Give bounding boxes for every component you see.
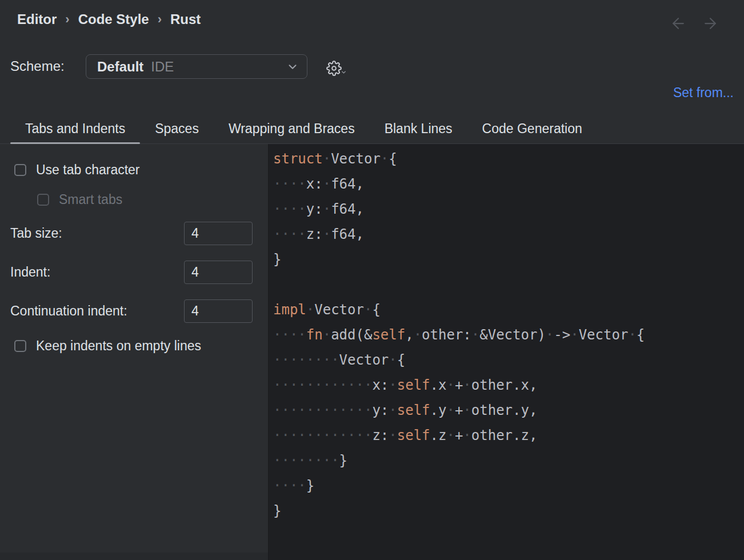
scheme-label: Scheme:	[10, 58, 65, 74]
settings-page: Editor › Code Style › Rust Scheme: Defau…	[0, 0, 744, 560]
tab-bar: Tabs and IndentsSpacesWrapping and Brace…	[0, 114, 744, 144]
indent-input[interactable]	[184, 261, 253, 284]
code-line: ····y:·f64,	[273, 197, 744, 222]
chevron-down-icon	[286, 61, 299, 73]
code-preview: struct·Vector·{····x:·f64,····y:·f64,···…	[273, 146, 744, 523]
breadcrumb: Editor › Code Style › Rust	[17, 11, 201, 27]
code-line: ····z:·f64,	[273, 222, 744, 247]
smart-tabs-row: Smart tabs	[37, 192, 122, 207]
smart-tabs-checkbox	[37, 194, 49, 206]
code-preview-panel: struct·Vector·{····x:·f64,····y:·f64,···…	[269, 144, 744, 560]
tab-size-input[interactable]	[184, 222, 253, 245]
header: Editor › Code Style › Rust Scheme: Defau…	[0, 0, 744, 144]
history-nav	[670, 15, 719, 32]
use-tab-character-label: Use tab character	[36, 162, 140, 178]
code-line: struct·Vector·{	[273, 146, 744, 171]
set-from-link[interactable]: Set from...	[673, 85, 734, 101]
code-line: ····}	[273, 473, 744, 498]
tab-blank-lines[interactable]: Blank Lines	[370, 114, 467, 143]
content: Use tab character Smart tabs Tab size: I…	[0, 144, 744, 560]
keep-indents-label: Keep indents on empty lines	[36, 338, 201, 354]
scheme-dropdown[interactable]: Default IDE	[86, 54, 307, 79]
breadcrumb-separator: ›	[65, 12, 69, 27]
tab-size-label: Tab size:	[10, 226, 62, 241]
code-line: }	[273, 498, 744, 523]
continuation-indent-input[interactable]	[184, 299, 253, 323]
breadcrumb-separator: ›	[158, 12, 162, 27]
code-line: impl·Vector·{	[273, 297, 744, 322]
breadcrumb-item-editor[interactable]: Editor	[17, 11, 57, 27]
continuation-indent-label: Continuation indent:	[10, 303, 127, 319]
breadcrumb-item-rust[interactable]: Rust	[170, 11, 201, 27]
code-line: ····fn·add(&self,·other:·&Vector)·->·Vec…	[273, 322, 744, 347]
tab-tabs-and-indents[interactable]: Tabs and Indents	[10, 114, 140, 143]
tab-spaces[interactable]: Spaces	[140, 114, 214, 143]
code-line: ············z:·self.z·+·other.z,	[273, 423, 744, 448]
back-arrow-icon[interactable]	[670, 15, 687, 32]
keep-indents-row: Keep indents on empty lines	[14, 338, 201, 354]
code-line: ········}	[273, 448, 744, 473]
indent-label: Indent:	[10, 265, 50, 280]
code-line: ············x:·self.x·+·other.x,	[273, 373, 744, 398]
code-line: ········Vector·{	[273, 347, 744, 373]
code-line	[273, 272, 744, 297]
scheme-dropdown-value: Default	[97, 59, 143, 75]
code-line: ····x:·f64,	[273, 171, 744, 197]
breadcrumb-item-code-style[interactable]: Code Style	[78, 11, 149, 27]
keep-indents-checkbox[interactable]	[14, 340, 26, 352]
forward-arrow-icon[interactable]	[702, 15, 719, 32]
code-line: }	[273, 247, 744, 272]
smart-tabs-label: Smart tabs	[59, 192, 122, 207]
use-tab-character-row: Use tab character	[14, 162, 140, 178]
use-tab-character-checkbox[interactable]	[14, 164, 26, 176]
scheme-actions-button[interactable]	[322, 58, 345, 78]
tab-code-generation[interactable]: Code Generation	[467, 114, 597, 143]
scheme-dropdown-suffix: IDE	[151, 59, 174, 75]
tab-wrapping-and-braces[interactable]: Wrapping and Braces	[214, 114, 370, 143]
code-line: ············y:·self.y·+·other.y,	[273, 398, 744, 423]
gear-icon	[326, 61, 342, 76]
chevron-down-icon	[341, 67, 347, 78]
settings-panel: Use tab character Smart tabs Tab size: I…	[0, 144, 269, 560]
